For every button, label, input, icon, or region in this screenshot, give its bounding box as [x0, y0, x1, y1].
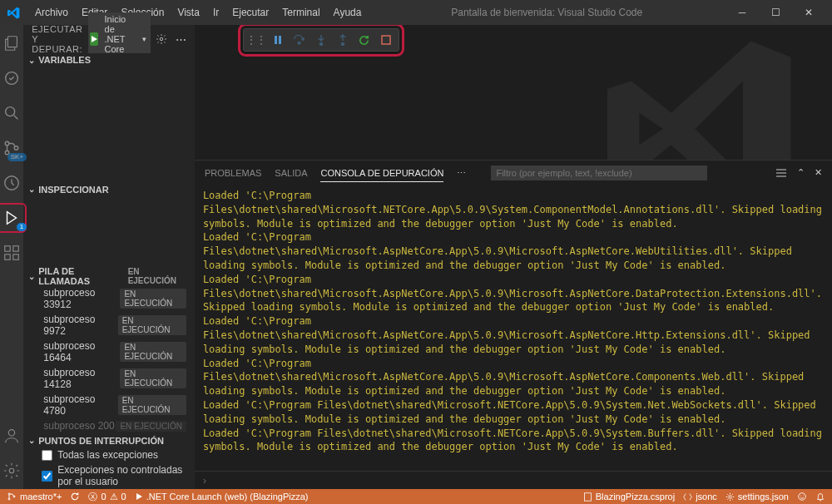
- tab-salida[interactable]: SALIDA: [275, 165, 307, 181]
- maximize-button[interactable]: ☐: [759, 0, 792, 25]
- svg-point-11: [8, 430, 14, 436]
- close-panel-icon[interactable]: ✕: [815, 167, 822, 179]
- step-out-button[interactable]: [335, 32, 350, 47]
- source-control-icon[interactable]: SK+: [0, 136, 23, 160]
- bp-checkbox[interactable]: [42, 450, 52, 461]
- minimize-button[interactable]: ─: [726, 0, 759, 25]
- launch-status[interactable]: .NET Core Launch (web) (BlazingPizza): [135, 492, 309, 502]
- account-icon[interactable]: [0, 424, 23, 447]
- thread-row[interactable]: subproceso 33912EN EJECUCIÓN: [23, 285, 195, 312]
- svg-point-25: [799, 493, 806, 501]
- breakpoints-section-header[interactable]: ⌄ PUNTOS DE INTERRUPCIÓN: [23, 433, 195, 447]
- status-settings-file[interactable]: settings.json: [726, 492, 789, 502]
- variables-label: VARIABLES: [38, 55, 91, 65]
- target-icon[interactable]: [0, 67, 23, 90]
- timeline-icon[interactable]: [0, 171, 23, 195]
- watch-section-header[interactable]: ⌄ INSPECCIONAR: [23, 182, 195, 196]
- extensions-icon[interactable]: [0, 241, 23, 264]
- svg-rect-19: [382, 36, 390, 44]
- thread-row[interactable]: subproceso 14128EN EJECUCIÓN: [23, 365, 195, 392]
- search-icon[interactable]: [0, 101, 23, 125]
- breakpoints-body: Todas las excepciones Excepciones no con…: [23, 447, 195, 489]
- maximize-panel-icon[interactable]: ⌃: [797, 167, 805, 179]
- menu-archivo[interactable]: Archivo: [28, 3, 75, 22]
- svg-rect-15: [279, 36, 281, 44]
- editor-background: ⋮⋮: [195, 25, 832, 160]
- svg-rect-8: [5, 254, 10, 259]
- git-branch[interactable]: maestro*+: [7, 492, 62, 502]
- svg-point-12: [9, 468, 14, 473]
- thread-row[interactable]: subproceso 200EN EJECUCIÓN: [23, 418, 195, 433]
- stop-button[interactable]: [379, 32, 394, 47]
- svg-rect-23: [584, 492, 591, 500]
- vscode-watermark-icon: [607, 33, 799, 160]
- console-input-row[interactable]: ›: [195, 471, 832, 489]
- menu-terminal[interactable]: Terminal: [275, 3, 326, 22]
- vscode-logo-icon: [7, 6, 20, 19]
- thread-row[interactable]: subproceso 16464EN EJECUCIÓN: [23, 338, 195, 365]
- chevron-down-icon: ▾: [142, 35, 146, 43]
- breakpoint-row[interactable]: Todas las excepciones: [23, 447, 195, 462]
- sync-button[interactable]: [70, 492, 80, 502]
- chevron-right-icon: ›: [203, 475, 206, 487]
- more-tabs-icon[interactable]: ⋯: [457, 168, 466, 179]
- variables-section-header[interactable]: ⌄ VARIABLES: [23, 53, 195, 67]
- svg-rect-14: [275, 36, 277, 44]
- bp-checkbox[interactable]: [42, 471, 52, 482]
- menu-ir[interactable]: Ir: [206, 3, 225, 22]
- bell-icon[interactable]: [815, 492, 825, 502]
- tab-consola-depuracion[interactable]: CONSOLA DE DEPURACIÓN: [320, 165, 443, 182]
- restart-button[interactable]: [357, 32, 372, 47]
- window-controls: ─ ☐ ✕: [726, 0, 825, 25]
- explorer-icon[interactable]: [0, 32, 23, 55]
- menu-vista[interactable]: Vista: [171, 3, 206, 22]
- thread-row[interactable]: subproceso 4780EN EJECUCIÓN: [23, 392, 195, 418]
- breakpoints-label: PUNTOS DE INTERRUPCIÓN: [38, 436, 164, 446]
- svg-point-13: [160, 37, 163, 41]
- watch-body: [23, 196, 195, 267]
- svg-rect-0: [8, 37, 17, 47]
- close-button[interactable]: ✕: [792, 0, 825, 25]
- debug-badge: 1: [17, 223, 27, 231]
- svg-rect-9: [13, 254, 18, 259]
- feedback-icon[interactable]: [797, 492, 807, 502]
- callstack-section-header[interactable]: ⌄ PILA DE LLAMADAS EN EJECUCIÓN: [23, 267, 195, 285]
- drag-handle-icon[interactable]: ⋮⋮: [249, 32, 264, 47]
- thread-row[interactable]: subproceso 9972EN EJECUCIÓN: [23, 312, 195, 338]
- settings-icon[interactable]: [0, 459, 23, 482]
- svg-point-21: [8, 498, 10, 500]
- svg-point-5: [14, 146, 18, 151]
- debug-toolbar: ⋮⋮: [243, 28, 399, 52]
- window-title: Pantalla de bienvenida: Visual Studio Co…: [368, 7, 726, 18]
- svg-point-2: [6, 107, 15, 116]
- svg-rect-10: [13, 246, 18, 251]
- errors-warnings[interactable]: ⓧ0 ⚠0: [88, 491, 126, 503]
- svg-rect-7: [5, 246, 10, 251]
- more-icon[interactable]: ⋯: [176, 33, 186, 46]
- start-debug-button[interactable]: [90, 32, 98, 46]
- variables-body: [23, 67, 195, 183]
- scm-badge: SK+: [7, 153, 27, 161]
- filter-input[interactable]: [491, 166, 707, 180]
- menu-ayuda[interactable]: Ayuda: [327, 3, 369, 22]
- svg-point-24: [729, 495, 731, 497]
- svg-point-22: [13, 496, 15, 497]
- svg-point-20: [8, 493, 10, 495]
- menu-ejecutar[interactable]: Ejecutar: [225, 3, 275, 22]
- gear-icon[interactable]: [156, 33, 167, 46]
- status-lang[interactable]: jsonc: [683, 492, 717, 502]
- svg-point-16: [298, 42, 300, 44]
- debug-console-output[interactable]: Loaded 'C:\Program Files\dotnet\shared\M…: [195, 185, 832, 471]
- breakpoint-row[interactable]: Excepciones no controladas por el usuari…: [23, 462, 195, 489]
- run-debug-label: EJECUTAR Y DEPURAR:: [32, 24, 82, 54]
- filter-lines-icon[interactable]: [775, 167, 787, 179]
- run-debug-icon[interactable]: 1: [0, 206, 23, 230]
- sidebar-header: EJECUTAR Y DEPURAR: Inicio de .NET Core …: [23, 25, 195, 53]
- pause-button[interactable]: [270, 32, 285, 47]
- step-into-button[interactable]: [314, 32, 329, 47]
- step-over-button[interactable]: [292, 32, 307, 47]
- tab-problemas[interactable]: PROBLEMAS: [205, 165, 261, 181]
- status-file[interactable]: BlazingPizza.csproj: [583, 492, 675, 502]
- svg-point-18: [341, 43, 344, 46]
- chevron-down-icon: ⌄: [28, 185, 35, 194]
